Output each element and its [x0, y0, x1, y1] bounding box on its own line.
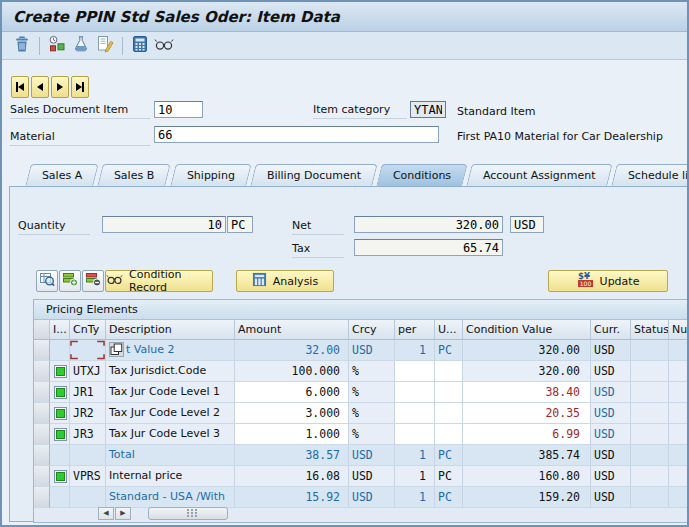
- tab-schedule-lines[interactable]: Schedule lines: [611, 164, 689, 186]
- column-header-cond[interactable]: Condition Value: [463, 320, 591, 340]
- column-header-per[interactable]: per: [395, 320, 435, 340]
- tab-conditions[interactable]: Conditions: [376, 164, 468, 186]
- per-cell[interactable]: 1: [395, 340, 435, 361]
- sales-document-item-field[interactable]: [154, 101, 203, 118]
- unit-cell[interactable]: [435, 361, 463, 382]
- tab-sales-b[interactable]: Sales B: [98, 164, 172, 186]
- delete-row-button[interactable]: [82, 270, 104, 292]
- row-selector[interactable]: [34, 487, 50, 508]
- unit-cell[interactable]: PC: [435, 340, 463, 361]
- condition-type-cell[interactable]: JR1: [70, 382, 106, 403]
- column-header-uom[interactable]: U...: [435, 320, 463, 340]
- quantity-field[interactable]: [102, 216, 226, 233]
- row-selector[interactable]: [34, 445, 50, 466]
- unit-cell[interactable]: [435, 382, 463, 403]
- row-selector[interactable]: [34, 361, 50, 382]
- edit-document-button[interactable]: [93, 34, 117, 58]
- amount-cell[interactable]: 3.000: [235, 403, 349, 424]
- unit-cell[interactable]: [435, 424, 463, 445]
- condition-type-cell[interactable]: VPRS: [70, 466, 106, 487]
- unit-cell[interactable]: PC: [435, 445, 463, 466]
- tab-billing-document[interactable]: Billing Document: [250, 164, 378, 186]
- item-category-field[interactable]: [410, 101, 446, 118]
- column-header-ic[interactable]: I...: [50, 320, 70, 340]
- column-header-cnty[interactable]: CnTy: [70, 320, 106, 340]
- description-cell[interactable]: Total: [106, 445, 235, 466]
- previous-item-button[interactable]: [31, 76, 49, 98]
- quantity-unit-field[interactable]: [227, 216, 253, 233]
- material-field[interactable]: [154, 126, 439, 143]
- condition-type-cell[interactable]: [70, 340, 106, 361]
- horizontal-scrollbar[interactable]: ◀ ▶: [98, 506, 228, 520]
- description-cell[interactable]: Tax Jur Code Level 1: [106, 382, 235, 403]
- condition-type-cell[interactable]: UTXJ: [70, 361, 106, 382]
- description-cell[interactable]: Tax Jur Code Level 3: [106, 424, 235, 445]
- condition-type-cell[interactable]: JR2: [70, 403, 106, 424]
- display-button[interactable]: [152, 34, 176, 58]
- column-header-crcy[interactable]: Crcy: [349, 320, 395, 340]
- amount-cell[interactable]: 16.08: [235, 466, 349, 487]
- pricing-row[interactable]: Total38.57USD1PC385.74USD: [34, 445, 689, 466]
- amount-cell[interactable]: 6.000: [235, 382, 349, 403]
- row-selector[interactable]: [34, 403, 50, 424]
- amount-cell[interactable]: 1.000: [235, 424, 349, 445]
- net-currency-field[interactable]: [510, 216, 544, 233]
- configuration-button[interactable]: [69, 34, 93, 58]
- amount-cell[interactable]: 100.000: [235, 361, 349, 382]
- condition-record-button[interactable]: Condition Record: [105, 270, 213, 292]
- per-cell[interactable]: [395, 382, 435, 403]
- per-cell[interactable]: 1: [395, 487, 435, 508]
- description-cell[interactable]: Standard - USA /With: [106, 487, 235, 508]
- unit-cell[interactable]: [435, 403, 463, 424]
- description-cell[interactable]: t Value 2: [106, 340, 235, 361]
- row-selector[interactable]: [34, 424, 50, 445]
- description-cell[interactable]: Internal price: [106, 466, 235, 487]
- per-cell[interactable]: [395, 361, 435, 382]
- column-header-desc[interactable]: Description: [106, 320, 235, 340]
- net-value-field[interactable]: [354, 216, 503, 233]
- per-cell[interactable]: 1: [395, 466, 435, 487]
- scroll-right-button[interactable]: ▶: [115, 507, 131, 520]
- column-header-amt[interactable]: Amount: [235, 320, 349, 340]
- insert-row-button[interactable]: [59, 270, 81, 292]
- pricing-row[interactable]: t Value 232.00USD1PC320.00USD: [34, 340, 689, 361]
- scroll-left-button[interactable]: ◀: [98, 507, 114, 520]
- tax-value-field[interactable]: [354, 239, 503, 256]
- row-selector[interactable]: [34, 340, 50, 361]
- pricing-row[interactable]: JR3Tax Jur Code Level 31.000%6.99USD: [34, 424, 689, 445]
- description-cell[interactable]: Tax Jurisdict.Code: [106, 361, 235, 382]
- pricing-row[interactable]: Standard - USA /With15.92USD1PC159.20USD: [34, 487, 689, 508]
- amount-cell[interactable]: 15.92: [235, 487, 349, 508]
- condition-type-cell[interactable]: JR3: [70, 424, 106, 445]
- tab-shipping[interactable]: Shipping: [170, 164, 251, 186]
- delete-item-button[interactable]: [10, 34, 34, 58]
- display-availability-button[interactable]: [45, 34, 69, 58]
- tab-sales-a[interactable]: Sales A: [25, 164, 99, 186]
- pricing-row[interactable]: JR2Tax Jur Code Level 23.000%20.35USD: [34, 403, 689, 424]
- pricing-row[interactable]: UTXJTax Jurisdict.Code100.000%320.00USD: [34, 361, 689, 382]
- column-header-selector[interactable]: [34, 320, 50, 340]
- amount-cell[interactable]: 38.57: [235, 445, 349, 466]
- row-selector[interactable]: [34, 382, 50, 403]
- amount-cell[interactable]: 32.00: [235, 340, 349, 361]
- scrollbar-thumb[interactable]: [148, 507, 228, 520]
- unit-cell[interactable]: PC: [435, 487, 463, 508]
- column-header-curr[interactable]: Curr.: [591, 320, 631, 340]
- per-cell[interactable]: [395, 403, 435, 424]
- pricing-row[interactable]: JR1Tax Jur Code Level 16.000%38.40USD: [34, 382, 689, 403]
- choose-detail-button[interactable]: [36, 270, 58, 292]
- condition-type-cell[interactable]: [70, 487, 106, 508]
- condition-type-cell[interactable]: [70, 445, 106, 466]
- update-button[interactable]: $¥100 Update: [548, 270, 668, 292]
- column-header-num[interactable]: Num: [669, 320, 689, 340]
- first-item-button[interactable]: [11, 76, 29, 98]
- pricing-row[interactable]: VPRSInternal price16.08USD1PC160.80USD: [34, 466, 689, 487]
- tab-account-assignment[interactable]: Account Assignment: [466, 164, 612, 186]
- next-item-button[interactable]: [51, 76, 69, 98]
- analysis-button[interactable]: Analysis: [236, 270, 334, 292]
- unit-cell[interactable]: PC: [435, 466, 463, 487]
- row-selector[interactable]: [34, 466, 50, 487]
- column-header-status[interactable]: Status: [631, 320, 669, 340]
- description-cell[interactable]: Tax Jur Code Level 2: [106, 403, 235, 424]
- per-cell[interactable]: [395, 424, 435, 445]
